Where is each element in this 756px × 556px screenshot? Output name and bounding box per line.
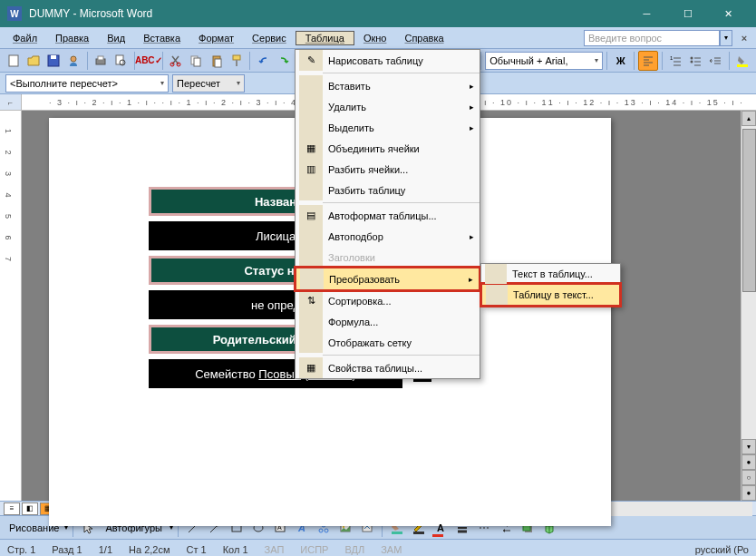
status-col: Кол 1 — [223, 544, 248, 555]
help-search-input[interactable]: Введите вопрос — [584, 30, 720, 46]
menu-convert[interactable]: Преобразовать▸ — [296, 268, 479, 289]
vertical-scrollbar[interactable]: ▴ ▾ ● ○ ● — [741, 111, 756, 501]
chevron-right-icon: ▸ — [470, 82, 474, 91]
vertical-ruler[interactable]: 1 2 3 4 5 6 7 — [0, 111, 22, 501]
status-pages: 1/1 — [99, 544, 112, 555]
permissions-icon[interactable] — [63, 51, 82, 71]
decrease-indent-icon[interactable] — [706, 51, 725, 71]
chevron-right-icon: ▸ — [470, 123, 474, 132]
new-doc-icon[interactable] — [4, 51, 23, 71]
menu-file[interactable]: Файл — [4, 30, 46, 46]
menu-view[interactable]: Вид — [98, 30, 134, 46]
bold-icon[interactable]: Ж — [611, 51, 630, 71]
properties-icon: ▦ — [299, 357, 323, 378]
scroll-down-icon[interactable]: ▾ — [741, 439, 756, 454]
align-left-icon[interactable] — [638, 51, 657, 71]
menu-table[interactable]: Таблица — [296, 31, 354, 45]
svg-rect-14 — [233, 55, 240, 60]
scroll-thumb[interactable] — [742, 129, 756, 292]
undo-icon[interactable] — [254, 51, 273, 71]
menu-edit[interactable]: Правка — [46, 30, 98, 46]
menu-gridlines[interactable]: Отображать сетку — [296, 332, 480, 353]
menu-autofit[interactable]: Автоподбор▸ — [296, 226, 480, 247]
bullet-list-icon[interactable] — [686, 51, 705, 71]
copy-icon[interactable] — [187, 51, 206, 71]
close-button[interactable]: ✕ — [708, 0, 749, 27]
maximize-button[interactable]: ☐ — [667, 0, 708, 27]
web-view-icon[interactable]: ◧ — [22, 502, 38, 515]
menu-bar: Файл Правка Вид Вставка Формат Сервис Та… — [0, 27, 756, 49]
status-ovr[interactable]: ЗАМ — [381, 544, 402, 555]
chevron-right-icon: ▸ — [469, 275, 473, 284]
menu-properties[interactable]: ▦Свойства таблицы... — [296, 357, 480, 378]
field-name-combo[interactable]: <Выполните пересчет>▾ — [5, 74, 169, 93]
menu-autoformat[interactable]: ▤Автоформат таблицы... — [296, 205, 480, 226]
pencil-icon: ✎ — [299, 50, 323, 71]
menu-split-table[interactable]: Разбить таблицу — [296, 180, 480, 200]
title-bar: W DUMMY - Microsoft Word ─ ☐ ✕ — [0, 0, 756, 27]
menu-split-cells[interactable]: ▥Разбить ячейки... — [296, 159, 480, 180]
menu-format[interactable]: Формат — [189, 30, 243, 46]
normal-view-icon[interactable]: ≡ — [4, 502, 20, 515]
menu-service[interactable]: Сервис — [243, 30, 296, 46]
prev-page-icon[interactable]: ● — [741, 454, 756, 470]
menu-draw-table[interactable]: ✎Нарисовать таблицу — [296, 50, 480, 71]
sort-icon: ⇅ — [299, 290, 323, 311]
vruler-scale: 1 2 3 4 5 6 7 — [4, 129, 13, 268]
menu-help[interactable]: Справка — [395, 30, 452, 46]
svg-rect-5 — [98, 56, 103, 60]
ruler-corner: ⌐ — [0, 94, 22, 110]
svg-point-17 — [691, 60, 693, 63]
menu-formula[interactable]: Формула... — [296, 311, 480, 332]
highlight-color-icon[interactable] — [733, 51, 752, 71]
style-combo[interactable]: Обычный + Arial,▾ — [485, 52, 603, 70]
submenu-text-to-table[interactable]: Текст в таблицу... — [481, 264, 620, 284]
submenu-table-to-text[interactable]: Таблицу в текст... — [482, 285, 619, 305]
menu-delete[interactable]: Удалить▸ — [296, 96, 480, 117]
next-page-icon[interactable]: ● — [741, 485, 756, 501]
cut-icon[interactable] — [167, 51, 186, 71]
chevron-right-icon: ▸ — [470, 232, 474, 241]
redo-icon[interactable] — [274, 51, 293, 71]
format-painter-icon[interactable] — [227, 51, 246, 71]
scroll-up-icon[interactable]: ▴ — [741, 111, 756, 126]
menu-sort[interactable]: ⇅Сортировка... — [296, 290, 480, 311]
paste-icon[interactable] — [207, 51, 226, 71]
status-language[interactable]: русский (Ро — [695, 544, 749, 555]
word-icon: W — [7, 6, 22, 21]
svg-rect-2 — [51, 55, 56, 59]
table-menu-dropdown: ✎Нарисовать таблицу Вставить▸ Удалить▸ В… — [295, 49, 480, 379]
menu-merge-cells[interactable]: ▦Объединить ячейки — [296, 138, 480, 159]
numbered-list-icon[interactable]: 1 — [665, 51, 684, 71]
doc-close-button[interactable]: × — [736, 30, 752, 46]
browse-object-icon[interactable]: ○ — [741, 470, 756, 485]
status-line: Ст 1 — [187, 544, 207, 555]
status-section: Разд 1 — [52, 544, 82, 555]
status-at: На 2,2см — [129, 544, 170, 555]
font-color-icon[interactable]: A — [431, 518, 451, 538]
spellcheck-icon[interactable]: ABC✓ — [139, 51, 159, 71]
help-dropdown-icon[interactable]: ▾ — [720, 30, 732, 46]
save-icon[interactable] — [44, 51, 63, 71]
menu-window[interactable]: Окно — [354, 30, 396, 46]
menu-headings[interactable]: Заголовки — [296, 247, 480, 268]
svg-rect-11 — [194, 58, 200, 66]
menu-insert[interactable]: Вставить▸ — [296, 75, 480, 96]
menu-insert[interactable]: Вставка — [134, 30, 189, 46]
status-trk[interactable]: ИСПР — [300, 544, 328, 555]
convert-submenu: Текст в таблицу... Таблицу в текст... — [480, 263, 621, 307]
split-icon: ▥ — [299, 159, 323, 180]
svg-rect-18 — [737, 64, 748, 67]
preview-icon[interactable] — [111, 51, 131, 71]
recalc-button[interactable]: Пересчет▾ — [172, 74, 245, 93]
status-ext[interactable]: ВДЛ — [344, 544, 364, 555]
open-icon[interactable] — [24, 51, 43, 71]
menu-select[interactable]: Выделить▸ — [296, 117, 480, 138]
print-icon[interactable] — [92, 51, 111, 71]
chevron-right-icon: ▸ — [470, 102, 474, 112]
minimize-button[interactable]: ─ — [626, 0, 667, 27]
status-rec[interactable]: ЗАП — [265, 544, 285, 555]
status-page: Стр. 1 — [7, 544, 35, 555]
svg-point-16 — [691, 56, 693, 59]
svg-text:1: 1 — [670, 55, 674, 61]
